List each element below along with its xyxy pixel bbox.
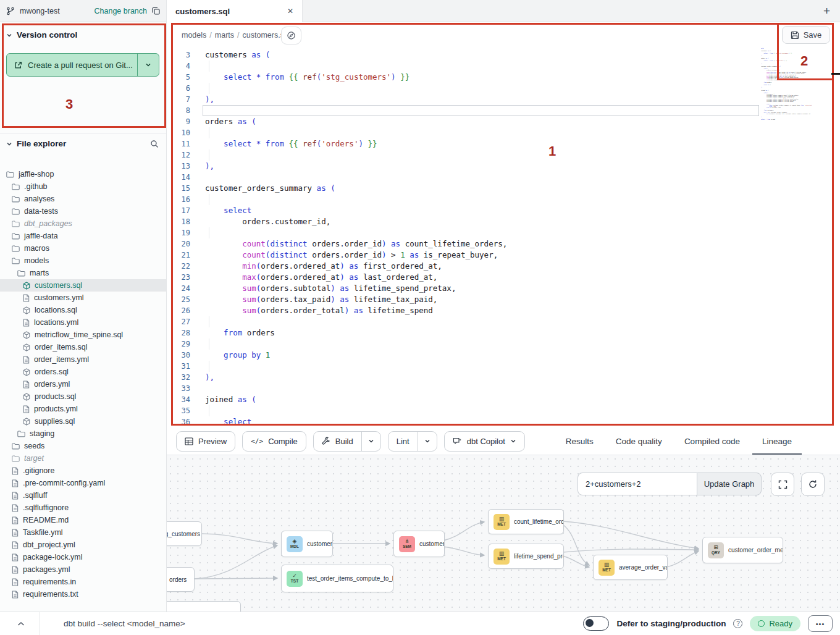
chevron-up-icon[interactable] [17, 621, 25, 626]
tree-item-requirements-txt[interactable]: requirements.txt [0, 588, 166, 600]
version-control-header[interactable]: Version control [6, 30, 160, 40]
code-line[interactable]: 6 [167, 83, 840, 94]
lineage-node-stg-customers[interactable]: stg_customers [167, 521, 202, 546]
tree-item-order-items-yml[interactable]: order_items.yml [0, 353, 166, 366]
code-line[interactable]: 9orders as ( [167, 116, 840, 127]
tree-item-orders-yml[interactable]: orders.yml [0, 378, 166, 390]
tree-item-marts[interactable]: marts [0, 267, 166, 279]
lineage-panel[interactable]: stg_customersorders◈MDLcustomers✓TSTtest… [167, 455, 840, 612]
code-line[interactable]: 22 min(orders.ordered_at) as first_order… [167, 261, 840, 272]
lineage-node-orders[interactable]: orders [167, 567, 195, 592]
tree-item-dbt-project-yml[interactable]: dbt_project.yml [0, 539, 166, 551]
update-graph-button[interactable]: Update Graph [697, 473, 762, 495]
lineage-node-customer-order-metrics[interactable]: ⊞QRYcustomer_order_metrics [702, 537, 783, 563]
compass-icon-button[interactable] [281, 27, 301, 44]
lint-button[interactable]: Lint [388, 431, 437, 452]
preview-button[interactable]: Preview [176, 431, 235, 452]
tree-item-locations-yml[interactable]: locations.yml [0, 316, 166, 329]
help-icon[interactable]: ? [733, 619, 742, 628]
code-line[interactable]: 33 [167, 383, 840, 394]
code-line[interactable]: 13), [167, 161, 840, 172]
tab-code-quality[interactable]: Code quality [616, 427, 662, 455]
code-line[interactable]: 18 orders.customer_id, [167, 216, 840, 227]
copy-icon[interactable] [152, 7, 160, 15]
code-line[interactable]: 32), [167, 372, 840, 383]
tree-item-customers-sql[interactable]: customers.sql [0, 279, 166, 292]
tree-item-readme-md[interactable]: README.md [0, 514, 166, 526]
tree-item-data-tests[interactable]: data-tests [0, 205, 166, 217]
code-line[interactable]: 29 [167, 339, 840, 350]
breadcrumb-marts[interactable]: marts [215, 31, 234, 40]
tab-compiled-code[interactable]: Compiled code [684, 427, 740, 455]
code-area[interactable]: 23customers as (45 select * from {{ ref(… [167, 46, 840, 427]
tree-item-products-sql[interactable]: products.sql [0, 390, 166, 403]
tree-item-jaffle-shop[interactable]: jaffle-shop [0, 168, 166, 180]
create-pr-main[interactable]: Create a pull request on Git... [7, 54, 137, 76]
tree-item-dbt-packages[interactable]: dbt_packages [0, 217, 166, 230]
tree-item-target[interactable]: target [0, 452, 166, 465]
code-line[interactable]: 8 [167, 105, 840, 116]
tree-item-models[interactable]: models [0, 254, 166, 267]
more-options-button[interactable]: ••• [808, 615, 833, 632]
tree-item-package-lock-yml[interactable]: package-lock.yml [0, 551, 166, 563]
tree-item-supplies-sql[interactable]: supplies.sql [0, 415, 166, 427]
code-line[interactable]: 25 sum(orders.tax_paid) as lifetime_tax_… [167, 294, 840, 305]
code-line[interactable]: 19 [167, 227, 840, 238]
code-line[interactable]: 16 [167, 194, 840, 205]
file-explorer-header[interactable]: File explorer [6, 139, 159, 148]
new-tab-icon[interactable]: + [823, 5, 830, 17]
breadcrumb-models[interactable]: models [182, 31, 206, 40]
tree-item-macros[interactable]: macros [0, 242, 166, 254]
tree-item-seeds[interactable]: seeds [0, 440, 166, 452]
lineage-node-average-order-value[interactable]: ▥METaverage_order_value [593, 555, 668, 580]
build-dropdown[interactable] [361, 432, 380, 451]
code-line[interactable]: 11 select * from {{ ref('orders') }} [167, 138, 840, 149]
code-line[interactable]: 27 [167, 316, 840, 327]
fullscreen-button[interactable] [771, 473, 794, 496]
tree-item-packages-yml[interactable]: packages.yml [0, 563, 166, 576]
tree-item--github[interactable]: .github [0, 180, 166, 193]
code-line[interactable]: 10 [167, 127, 840, 138]
tree-item--sqlfluffignore[interactable]: .sqlfluffignore [0, 502, 166, 514]
tree-item-customers-yml[interactable]: customers.yml [0, 292, 166, 304]
code-line[interactable]: 23 max(orders.ordered_at) as last_ordere… [167, 272, 840, 283]
code-line[interactable]: 15customer_orders_summary as ( [167, 183, 840, 194]
code-line[interactable]: 35 [167, 405, 840, 416]
create-pr-button[interactable]: Create a pull request on Git... [6, 53, 159, 77]
tab-results[interactable]: Results [566, 427, 594, 455]
defer-toggle[interactable] [583, 616, 609, 631]
tab-customers-sql[interactable]: customers.sql ✕ [167, 0, 303, 22]
close-icon[interactable]: ✕ [287, 7, 293, 15]
code-line[interactable]: 21 count(distinct orders.order_id) > 1 a… [167, 250, 840, 261]
lineage-node-test-order-items-compute-to-bools-[interactable]: ✓TSTtest_order_items_compute_to_bools... [281, 565, 393, 592]
tree-item-order-items-sql[interactable]: order_items.sql [0, 341, 166, 353]
lineage-node-customers[interactable]: ◈MDLcustomers [281, 531, 333, 557]
lineage-selector-input[interactable] [578, 473, 697, 495]
code-line[interactable]: 17 select [167, 205, 840, 216]
code-line[interactable]: 20 count(distinct orders.order_id) as co… [167, 238, 840, 250]
code-line[interactable]: 5 select * from {{ ref('stg_customers') … [167, 72, 840, 83]
lineage-node-partial[interactable] [167, 601, 241, 612]
code-line[interactable]: 7), [167, 94, 840, 105]
tree-item--sqlfluff[interactable]: .sqlfluff [0, 489, 166, 502]
code-line[interactable]: 4 [167, 61, 840, 72]
tree-item-metricflow-time-spine-sql[interactable]: metricflow_time_spine.sql [0, 329, 166, 341]
compile-button[interactable]: </> Compile [242, 431, 306, 452]
command-input[interactable]: dbt build --select <model_name> [64, 619, 185, 628]
code-line[interactable]: 3customers as ( [167, 49, 840, 61]
refresh-button[interactable] [801, 473, 825, 496]
code-line[interactable]: 30 group by 1 [167, 350, 840, 361]
tree-item--pre-commit-config-yaml[interactable]: .pre-commit-config.yaml [0, 477, 166, 489]
code-line[interactable]: 28 from orders [167, 327, 840, 339]
code-line[interactable]: 12 [167, 149, 840, 161]
tree-item-locations-sql[interactable]: locations.sql [0, 304, 166, 316]
copilot-button[interactable]: dbt Copilot [444, 431, 525, 452]
lineage-node-count-lifetime-orders[interactable]: ▥METcount_lifetime_orders [488, 509, 564, 534]
tree-item-products-yml[interactable]: products.yml [0, 403, 166, 415]
build-button[interactable]: Build [313, 431, 381, 452]
tree-item-taskfile-yml[interactable]: Taskfile.yml [0, 526, 166, 539]
save-button[interactable]: Save [782, 26, 830, 44]
tab-lineage[interactable]: Lineage [762, 427, 792, 455]
lint-dropdown[interactable] [418, 432, 437, 451]
change-branch-link[interactable]: Change branch [94, 7, 147, 15]
